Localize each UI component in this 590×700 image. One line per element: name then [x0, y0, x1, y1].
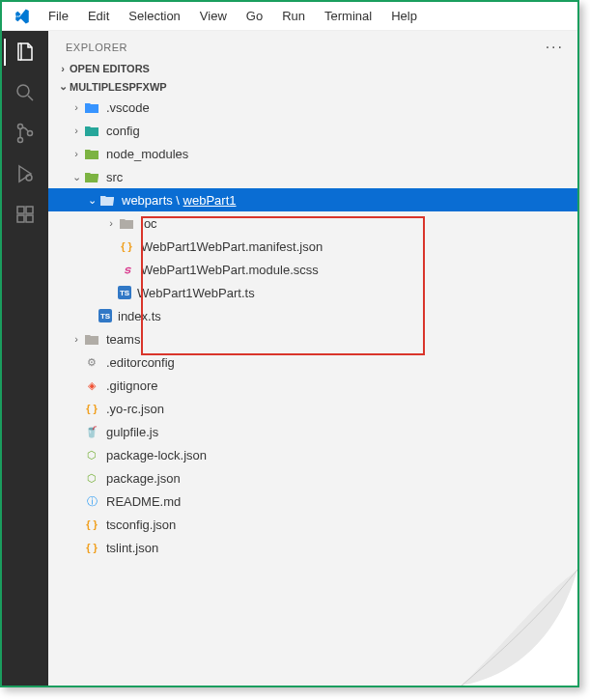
folder-teams[interactable]: › teams [48, 327, 577, 350]
menu-file[interactable]: File [39, 5, 78, 27]
file-tsconfig[interactable]: { } tsconfig.json [48, 513, 577, 536]
svg-point-0 [17, 85, 29, 97]
folder-webparts-webpart1[interactable]: ⌄ webparts \ webPart1 [48, 188, 577, 211]
npm-file-icon: ⬡ [83, 446, 100, 463]
tree-label: .vscode [106, 100, 150, 115]
svg-point-2 [18, 125, 23, 129]
file-gulpfile[interactable]: 🥤 gulpfile.js [48, 420, 577, 443]
tree-label: WebPart1WebPart.ts [137, 286, 255, 300]
menu-run[interactable]: Run [272, 5, 315, 27]
menu-edit[interactable]: Edit [78, 5, 119, 27]
source-control-icon[interactable] [12, 120, 39, 147]
chevron-down-icon: ⌄ [70, 171, 83, 183]
git-file-icon: ◈ [83, 377, 100, 394]
explorer-icon[interactable] [12, 39, 39, 66]
gulp-file-icon: 🥤 [83, 423, 100, 440]
tree-label: WebPart1WebPart.module.scss [141, 263, 319, 277]
workspace-name: MULTIPLESPFXWP [70, 81, 167, 93]
explorer-sidebar: EXPLORER ··· › OPEN EDITORS ⌄ MULTIPLESP… [48, 31, 577, 686]
svg-point-4 [28, 131, 33, 136]
chevron-right-icon: › [70, 125, 83, 136]
file-gitignore[interactable]: ◈ .gitignore [48, 374, 577, 397]
info-file-icon: ⓘ [83, 492, 100, 510]
sidebar-title: EXPLORER [66, 42, 127, 53]
tree-label: WebPart1WebPart.manifest.json [141, 239, 323, 254]
tree-label: README.md [106, 494, 181, 509]
more-actions-icon[interactable]: ··· [546, 39, 564, 56]
tree-label: tsconfig.json [106, 518, 176, 532]
folder-vscode[interactable]: › .vscode [48, 96, 577, 119]
tree-label: index.ts [118, 309, 161, 323]
file-editorconfig[interactable]: ⚙ .editorconfig [48, 350, 577, 374]
workspace-header[interactable]: ⌄ MULTIPLESPFXWP [48, 77, 577, 96]
tree-label: tslint.json [106, 541, 158, 555]
file-yo-rc[interactable]: { } .yo-rc.json [48, 397, 577, 420]
vscode-window: File Edit Selection View Go Run Terminal… [0, 0, 579, 687]
svg-rect-7 [17, 215, 24, 222]
active-indicator [4, 39, 6, 66]
search-icon[interactable] [12, 79, 39, 106]
tree-label: loc [141, 216, 157, 231]
menu-selection[interactable]: Selection [119, 5, 189, 27]
file-readme[interactable]: ⓘ README.md [48, 490, 577, 513]
tree-label: .editorconfig [106, 355, 175, 370]
activity-bar [2, 31, 48, 686]
body-area: EXPLORER ··· › OPEN EDITORS ⌄ MULTIPLESP… [2, 31, 577, 686]
workspace-section: ⌄ MULTIPLESPFXWP › .vscode › config [48, 77, 577, 559]
file-webpart-ts[interactable]: TS WebPart1WebPart.ts [48, 281, 577, 304]
folder-loc[interactable]: › loc [48, 211, 577, 235]
tree-label: .gitignore [106, 378, 157, 393]
svg-rect-9 [26, 207, 33, 213]
tree-label: package-lock.json [106, 448, 207, 462]
svg-rect-6 [17, 207, 24, 213]
file-manifest-json[interactable]: { } WebPart1WebPart.manifest.json [48, 235, 577, 258]
vscode-logo-icon [12, 6, 33, 27]
json-file-icon: { } [118, 238, 135, 255]
ts-file-icon: TS [98, 309, 112, 322]
menubar: File Edit Selection View Go Run Terminal… [2, 2, 577, 31]
file-package-lock[interactable]: ⬡ package-lock.json [48, 443, 577, 466]
tree-label: node_modules [106, 147, 188, 161]
ts-file-icon: TS [118, 286, 131, 299]
chevron-right-icon: › [70, 101, 83, 113]
menu-help[interactable]: Help [381, 5, 427, 27]
folder-icon [118, 214, 135, 232]
tree-label: teams [106, 332, 140, 347]
tree-label-path: webparts \ webPart1 [122, 193, 237, 208]
chevron-right-icon: › [70, 148, 83, 159]
extensions-icon[interactable] [12, 201, 39, 228]
svg-point-3 [18, 138, 23, 143]
folder-open-icon [83, 168, 100, 185]
json-file-icon: { } [83, 400, 100, 417]
menu-terminal[interactable]: Terminal [315, 5, 381, 27]
menu-view[interactable]: View [190, 5, 237, 27]
json-file-icon: { } [83, 539, 100, 556]
folder-icon [83, 122, 100, 139]
sidebar-header: EXPLORER ··· [48, 31, 577, 60]
folder-icon [83, 330, 100, 348]
folder-config[interactable]: › config [48, 119, 577, 142]
run-debug-icon[interactable] [12, 160, 39, 187]
file-package-json[interactable]: ⬡ package.json [48, 466, 577, 490]
folder-node-modules[interactable]: › node_modules [48, 142, 577, 165]
open-editors-label: OPEN EDITORS [70, 63, 150, 74]
tree-label: gulpfile.js [106, 425, 158, 439]
chevron-right-icon: › [70, 333, 83, 345]
folder-icon [83, 145, 100, 162]
open-editors-header[interactable]: › OPEN EDITORS [48, 60, 577, 77]
chevron-down-icon: ⌄ [56, 80, 70, 93]
json-file-icon: { } [83, 516, 100, 533]
svg-rect-8 [26, 215, 33, 222]
folder-src[interactable]: ⌄ src [48, 165, 577, 188]
file-tslint[interactable]: { } tslint.json [48, 536, 577, 559]
menu-go[interactable]: Go [237, 5, 272, 27]
tree-label: package.json [106, 471, 181, 486]
tree-label: config [106, 124, 140, 138]
chevron-down-icon: ⌄ [85, 194, 98, 207]
open-editors-section: › OPEN EDITORS [48, 60, 577, 77]
folder-icon [83, 98, 100, 116]
file-index-ts[interactable]: TS index.ts [48, 304, 577, 327]
file-module-scss[interactable]: ട WebPart1WebPart.module.scss [48, 258, 577, 281]
npm-file-icon: ⬡ [83, 469, 100, 487]
chevron-right-icon: › [56, 63, 70, 74]
